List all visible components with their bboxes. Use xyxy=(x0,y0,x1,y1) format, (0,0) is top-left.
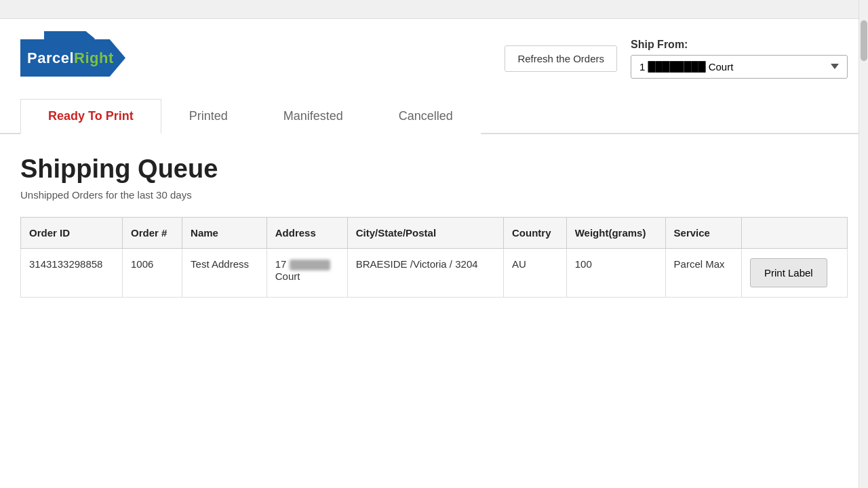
col-name: Name xyxy=(182,218,267,249)
header: ParcelRight Refresh the Orders Ship From… xyxy=(0,19,868,92)
table-header: Order ID Order # Name Address City/State… xyxy=(21,218,848,249)
orders-table: Order ID Order # Name Address City/State… xyxy=(20,217,848,298)
tabs-container: Ready To Print Printed Manifested Cancel… xyxy=(0,99,868,134)
refresh-orders-button[interactable]: Refresh the Orders xyxy=(505,45,617,72)
print-label-button[interactable]: Print Label xyxy=(750,258,827,287)
logo-container: ParcelRight xyxy=(20,31,156,85)
table-row: 3143133298858 1006 Test Address 17 Court… xyxy=(21,249,848,298)
scrollbar-thumb[interactable] xyxy=(861,20,867,61)
col-city-state-postal: City/State/Postal xyxy=(347,218,503,249)
cell-weight: 100 xyxy=(566,249,665,298)
scrollbar-track[interactable] xyxy=(859,0,868,488)
main-content: Shipping Queue Unshipped Orders for the … xyxy=(0,134,868,318)
parcelright-logo: ParcelRight xyxy=(20,31,156,85)
header-right: Refresh the Orders Ship From: 1 ████████… xyxy=(505,39,848,79)
tab-cancelled[interactable]: Cancelled xyxy=(371,99,481,134)
cell-address: 17 Court xyxy=(267,249,347,298)
top-bar xyxy=(0,0,868,19)
col-weight: Weight(grams) xyxy=(566,218,665,249)
table-header-row: Order ID Order # Name Address City/State… xyxy=(21,218,848,249)
cell-order-id: 3143133298858 xyxy=(21,249,123,298)
ship-from-select[interactable]: 1 ████████ Court xyxy=(631,55,848,79)
page-subtitle: Unshipped Orders for the last 30 days xyxy=(20,189,848,201)
tab-printed[interactable]: Printed xyxy=(161,99,256,134)
logo-right-text: Right xyxy=(74,49,114,66)
page-title: Shipping Queue xyxy=(20,155,848,184)
cell-service: Parcel Max xyxy=(665,249,741,298)
logo-body: ParcelRight xyxy=(20,39,125,77)
col-order-id: Order ID xyxy=(21,218,123,249)
cell-order-num: 1006 xyxy=(123,249,182,298)
cell-city-state-postal: BRAESIDE /Victoria / 3204 xyxy=(347,249,503,298)
ship-from-label: Ship From: xyxy=(631,39,848,51)
col-country: Country xyxy=(503,218,566,249)
col-action xyxy=(741,218,847,249)
cell-action: Print Label xyxy=(741,249,847,298)
col-address: Address xyxy=(267,218,347,249)
table-body: 3143133298858 1006 Test Address 17 Court… xyxy=(21,249,848,298)
tab-manifested[interactable]: Manifested xyxy=(256,99,371,134)
redacted-address xyxy=(290,260,330,270)
col-service: Service xyxy=(665,218,741,249)
cell-name: Test Address xyxy=(182,249,267,298)
tab-ready-to-print[interactable]: Ready To Print xyxy=(20,99,161,134)
ship-from-container: Ship From: 1 ████████ Court xyxy=(631,39,848,79)
cell-country: AU xyxy=(503,249,566,298)
col-order-num: Order # xyxy=(123,218,182,249)
logo-text: ParcelRight xyxy=(27,49,114,67)
